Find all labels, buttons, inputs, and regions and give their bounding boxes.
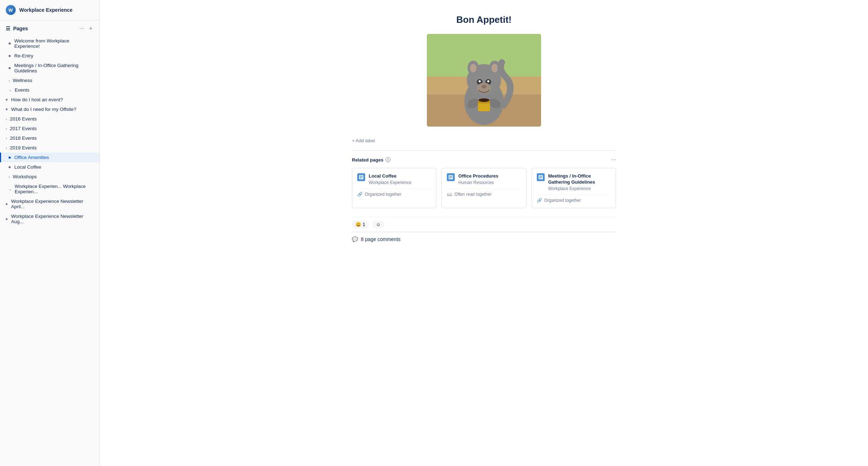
pages-label: ☰ Pages: [6, 26, 28, 31]
add-reaction-button[interactable]: ☺: [372, 221, 384, 228]
sub-bullet-icon: [6, 108, 7, 110]
related-card-info: Office Procedures Human Resources: [458, 173, 521, 185]
sidebar-item-2016-events[interactable]: › 2016 Events: [0, 114, 100, 124]
comments-label: 8 page comments: [361, 236, 400, 242]
sidebar-item-2018-events[interactable]: › 2018 Events: [0, 133, 100, 143]
related-pages-title: Related pages i: [352, 157, 390, 163]
pages-more-button[interactable]: ···: [78, 25, 85, 32]
sidebar-item-office-amenities[interactable]: Office Amenities: [0, 153, 100, 162]
chevron-right-icon: ›: [9, 78, 10, 83]
sidebar-item-offsite[interactable]: What do I need for my Offsite?: [0, 104, 100, 114]
doc-icon: [357, 173, 365, 181]
related-card-header: Office Procedures Human Resources: [447, 173, 521, 185]
link-icon: 🔗: [537, 198, 542, 203]
sidebar-item-welcome[interactable]: Welcome from Workplace Experience!: [0, 36, 100, 51]
bullet-icon: [9, 42, 11, 45]
reaction-emoji: 😀: [355, 222, 361, 227]
page-hero-image: [427, 34, 541, 127]
related-card-meetings-guidelines[interactable]: Meetings / In-Office Gathering Guideline…: [531, 168, 616, 208]
svg-point-21: [467, 64, 501, 96]
info-icon: i: [385, 157, 390, 162]
chevron-right-icon: ›: [9, 175, 10, 179]
bullet-icon: [9, 67, 11, 69]
app-name: Workplace Experience: [19, 7, 72, 13]
sidebar-item-workplace-exp[interactable]: ⌄ Workplace Experien... Workplace Experi…: [0, 181, 100, 196]
related-card-reason: 🔗 Organized together: [537, 195, 611, 203]
sidebar-item-2017-events[interactable]: › 2017 Events: [0, 124, 100, 133]
app-logo: W: [6, 5, 16, 15]
bullet-icon: [9, 55, 11, 57]
sub-bullet-icon: [6, 218, 7, 220]
pages-icon: ☰: [6, 26, 10, 31]
read-icon: 📖: [447, 192, 452, 197]
pages-add-button[interactable]: +: [88, 25, 94, 32]
doc-icon: [537, 173, 545, 181]
nav-list: Welcome from Workplace Experience! Re-En…: [0, 35, 100, 228]
main-content: Bon Appetit!: [100, 0, 868, 466]
related-card-reason: 📖 Often read together: [447, 189, 521, 197]
related-card-reason: 🔗 Organized together: [357, 189, 431, 197]
comment-icon: 💬: [352, 236, 358, 242]
sub-bullet-icon: [6, 203, 7, 205]
chevron-right-icon: ›: [6, 146, 7, 150]
add-label-button[interactable]: + Add label: [352, 138, 375, 143]
sidebar-item-wellness[interactable]: › Wellness: [0, 76, 100, 85]
sidebar-header: W Workplace Experience: [0, 0, 100, 20]
related-card-office-procedures[interactable]: Office Procedures Human Resources 📖 Ofte…: [441, 168, 526, 208]
sidebar-item-events[interactable]: ⌄ Events: [0, 85, 100, 95]
pages-actions: ··· +: [78, 25, 94, 32]
sidebar-item-workshops[interactable]: › Workshops: [0, 172, 100, 181]
related-pages-menu-button[interactable]: ···: [611, 157, 616, 163]
sidebar-item-newsletter-aug[interactable]: Workplace Experience Newsletter Aug...: [0, 211, 100, 226]
page-title: Bon Appetit!: [352, 14, 616, 25]
sidebar-item-reentry[interactable]: Re-Entry: [0, 51, 100, 61]
related-card-header: Local Coffee Workplace Experience: [357, 173, 431, 185]
related-card-local-coffee[interactable]: Local Coffee Workplace Experience 🔗 Orga…: [352, 168, 436, 208]
sidebar-item-host-event[interactable]: How do I host an event?: [0, 95, 100, 104]
sub-bullet-icon: [6, 99, 7, 101]
content-area: Bon Appetit!: [330, 0, 637, 261]
sidebar-item-meetings[interactable]: Meetings / In-Office Gathering Guideline…: [0, 61, 100, 76]
add-reaction-icon: ☺: [376, 222, 380, 227]
doc-icon: [447, 173, 455, 181]
chevron-down-icon: ⌄: [9, 88, 12, 92]
reaction-count: 1: [363, 222, 365, 227]
chevron-right-icon: ›: [6, 117, 7, 121]
related-cards: Local Coffee Workplace Experience 🔗 Orga…: [352, 168, 616, 208]
svg-point-20: [479, 98, 489, 102]
bullet-icon: [9, 157, 11, 159]
sidebar-item-newsletter-april[interactable]: Workplace Experience Newsletter April...: [0, 196, 100, 211]
sidebar-item-2019-events[interactable]: › 2019 Events: [0, 143, 100, 153]
comments-section: 💬 8 page comments: [352, 232, 616, 246]
chevron-down-icon: ⌄: [9, 187, 12, 191]
link-icon: 🔗: [357, 192, 363, 197]
sidebar-item-local-coffee[interactable]: Local Coffee: [0, 162, 100, 172]
related-card-info: Meetings / In-Office Gathering Guideline…: [548, 173, 611, 191]
pages-header: ☰ Pages ··· +: [0, 20, 100, 35]
reactions-bar: 😀 1 ☺: [352, 217, 616, 232]
emoji-reaction-button[interactable]: 😀 1: [352, 221, 369, 228]
chevron-right-icon: ›: [6, 136, 7, 140]
bullet-icon: [9, 166, 11, 168]
related-pages-section: Related pages i ···: [352, 150, 616, 208]
related-card-header: Meetings / In-Office Gathering Guideline…: [537, 173, 611, 191]
sidebar: W Workplace Experience ☰ Pages ··· + Wel…: [0, 0, 100, 466]
chevron-right-icon: ›: [6, 127, 7, 131]
related-pages-header: Related pages i ···: [352, 157, 616, 163]
related-card-info: Local Coffee Workplace Experience: [369, 173, 431, 185]
